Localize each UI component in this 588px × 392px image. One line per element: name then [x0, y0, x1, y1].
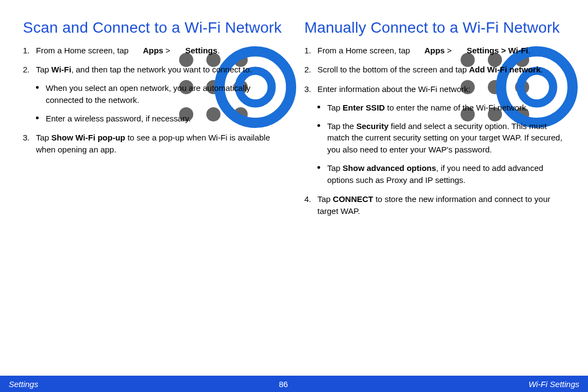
page-footer: Settings 86 Wi-Fi Settings [0, 376, 588, 392]
footer-subsection: Wi-Fi Settings [529, 379, 579, 389]
scan-bullet-open-network: When you select an open network, you are… [36, 82, 284, 106]
apps-icon [132, 46, 140, 54]
apps-icon [413, 46, 421, 54]
manual-step-4: Tap CONNECT to store the new information… [304, 193, 565, 217]
scan-step-1: From a Home screen, tap Apps > Settings. [23, 45, 284, 57]
scan-step-2: Tap Wi-Fi, and then tap the network you … [23, 64, 284, 124]
gear-icon [455, 46, 464, 55]
heading-scan-connect: Scan and Connect to a Wi-Fi Network [23, 19, 284, 37]
manual-step-3: Enter information about the Wi-Fi networ… [304, 83, 565, 186]
manual-step-1: From a Home screen, tap Apps > Settings … [304, 45, 565, 57]
manual-bullet-advanced: Tap Show advanced options, if you need t… [317, 162, 565, 186]
heading-manual-connect: Manually Connect to a Wi-Fi Network [304, 19, 565, 37]
manual-step-3-bullets: Tap Enter SSID to enter the name of the … [317, 102, 565, 186]
manual-bullet-ssid: Tap Enter SSID to enter the name of the … [317, 102, 565, 114]
manual-steps: From a Home screen, tap Apps > Settings … [304, 45, 565, 217]
left-column: Scan and Connect to a Wi-Fi Network From… [23, 19, 284, 372]
footer-page-number: 86 [279, 379, 288, 389]
scan-steps: From a Home screen, tap Apps > Settings.… [23, 45, 284, 156]
scan-bullet-password: Enter a wireless password, if necessary. [36, 113, 284, 125]
manual-step-2: Scroll to the bottom of the screen and t… [304, 64, 565, 76]
gear-icon [174, 46, 182, 55]
right-column: Manually Connect to a Wi-Fi Network From… [304, 19, 565, 372]
footer-section: Settings [9, 379, 38, 389]
scan-step-2-bullets: When you select an open network, you are… [36, 82, 284, 124]
manual-bullet-security: Tap the Security field and select a secu… [317, 120, 565, 156]
scan-step-3: Tap Show Wi-Fi pop-up to see a pop-up wh… [23, 132, 284, 156]
